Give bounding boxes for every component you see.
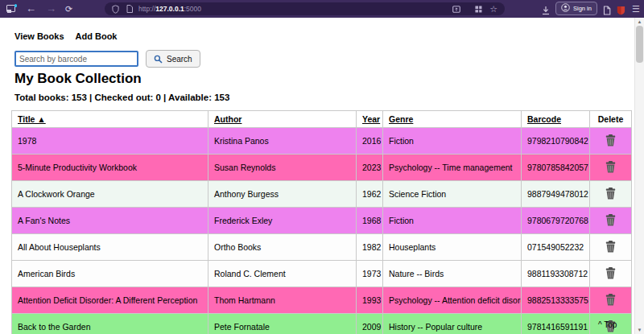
cell-year: 2023: [357, 155, 383, 181]
cell-title: 5-Minute Productivity Workbook: [12, 155, 208, 181]
url-bar[interactable]: http://127.0.0.1:5000 ☆: [105, 2, 505, 15]
cell-title: Attention Deficit Disorder: A Different …: [12, 287, 208, 314]
cell-delete: [590, 234, 632, 261]
header-title[interactable]: Title ▲: [18, 114, 46, 124]
cell-genre: Psychology -- Attention deficit disorder: [383, 287, 522, 314]
cell-barcode: 9781416591191: [522, 314, 590, 334]
back-icon[interactable]: ←: [26, 0, 36, 18]
nav-view-books-link[interactable]: View Books: [14, 31, 64, 41]
search-input[interactable]: [14, 51, 138, 67]
delete-book-button[interactable]: [605, 161, 616, 173]
table-header-row: Title ▲ Author Year Genre Barcode Delete: [12, 111, 632, 128]
header-year[interactable]: Year: [362, 114, 380, 124]
cell-delete: [590, 261, 632, 287]
table-row: A Fan's NotesFrederick Exley1968Fiction9…: [12, 208, 632, 234]
books-table: Title ▲ Author Year Genre Barcode Delete…: [11, 110, 632, 334]
grid-icon[interactable]: [475, 6, 482, 13]
header-delete: Delete: [598, 114, 624, 124]
cell-author: Thom Hartmann: [208, 287, 357, 314]
search-magnifier-icon: [154, 55, 163, 64]
url-port: :5000: [184, 5, 201, 13]
cell-title: A Fan's Notes: [12, 208, 208, 234]
menu-icon[interactable]: ☰: [632, 0, 640, 18]
extensions-icon[interactable]: [603, 4, 611, 19]
trash-icon: [605, 241, 616, 253]
scrollbar[interactable]: ▲ ▼: [634, 18, 644, 334]
delete-book-button[interactable]: [605, 294, 616, 306]
cell-year: 1962: [357, 181, 383, 208]
bookmark-star-icon[interactable]: ☆: [489, 5, 497, 13]
cell-barcode: 9798210790842: [522, 128, 590, 155]
notification-dot: [14, 4, 18, 7]
cell-genre: Fiction: [383, 128, 522, 155]
shield-icon[interactable]: [112, 5, 119, 14]
page-icon[interactable]: [126, 5, 133, 13]
scrollbar-thumb[interactable]: [636, 26, 643, 63]
trash-icon: [605, 188, 616, 200]
cell-delete: [590, 128, 632, 155]
search-button[interactable]: Search: [146, 50, 200, 68]
cell-author: Frederick Exley: [208, 208, 357, 234]
table-row: American BirdsRoland C. Clement1973Natur…: [12, 261, 632, 287]
cell-author: Pete Fornatale: [208, 314, 357, 334]
cell-genre: Houseplants: [383, 234, 522, 261]
screenshot-icon[interactable]: [452, 6, 460, 13]
account-icon: [561, 3, 570, 14]
cell-barcode: 071549052232: [522, 234, 590, 261]
trash-icon: [605, 294, 616, 306]
cell-title: American Birds: [12, 261, 208, 287]
trash-icon: [605, 267, 616, 279]
header-genre[interactable]: Genre: [389, 114, 413, 124]
collection-stats: Total books: 153 | Checked out: 0 | Avai…: [14, 93, 229, 102]
table-body: 1978Kristina Panos2016Fiction97982107908…: [12, 128, 632, 334]
cell-title: All About Houseplants: [12, 234, 208, 261]
cell-year: 1973: [357, 261, 383, 287]
delete-book-button[interactable]: [605, 267, 616, 279]
search-bar: Search: [14, 50, 200, 68]
table-row: 1978Kristina Panos2016Fiction97982107908…: [12, 128, 632, 155]
nav-add-book-link[interactable]: Add Book: [76, 31, 118, 41]
table-row: 5-Minute Productivity WorkbookSusan Reyn…: [12, 155, 632, 181]
browser-toolbar: ← → ⟳ http://127.0.0.1:5000 ☆ Sign in: [0, 0, 644, 18]
cell-delete: [590, 155, 632, 181]
download-icon[interactable]: [541, 4, 551, 19]
trash-icon: [605, 134, 616, 146]
trash-icon: [605, 214, 616, 226]
cell-title: Back to the Garden: [12, 314, 208, 334]
window-icon[interactable]: [6, 4, 17, 13]
trash-icon: [605, 161, 616, 173]
cell-title: 1978: [12, 128, 208, 155]
header-barcode[interactable]: Barcode: [527, 114, 561, 124]
url-text: http://127.0.0.1:5000: [138, 5, 201, 13]
table-row: Back to the GardenPete Fornatale2009Hist…: [12, 314, 632, 334]
site-nav: View BooksAdd Book: [14, 31, 129, 41]
cell-delete: [590, 208, 632, 234]
cell-year: 1993: [357, 287, 383, 314]
scroll-up-icon[interactable]: ▲: [635, 19, 644, 24]
adblocker-icon[interactable]: [617, 4, 625, 19]
forward-icon[interactable]: →: [46, 0, 56, 18]
url-host: 127.0.0.1: [155, 5, 184, 13]
table-row: A Clockwork OrangeAnthony Burgess1962Sci…: [12, 181, 632, 208]
cell-author: Kristina Panos: [208, 128, 357, 155]
delete-book-button[interactable]: [605, 214, 616, 226]
delete-book-button[interactable]: [605, 241, 616, 253]
cell-author: Ortho Books: [208, 234, 357, 261]
cell-delete: [590, 181, 632, 208]
sign-in-button[interactable]: Sign in: [555, 2, 597, 15]
cell-delete: [590, 287, 632, 314]
cell-title: A Clockwork Orange: [12, 181, 208, 208]
cell-barcode: 9780679720768: [522, 208, 590, 234]
header-author[interactable]: Author: [214, 114, 242, 124]
search-button-label: Search: [167, 55, 192, 64]
reload-icon[interactable]: ⟳: [65, 0, 72, 18]
cell-genre: Fiction: [383, 208, 522, 234]
back-to-top-link[interactable]: ^ Top: [598, 320, 617, 329]
delete-book-button[interactable]: [605, 134, 616, 146]
cell-genre: History -- Popular culture: [383, 314, 522, 334]
sign-in-label: Sign in: [573, 5, 592, 12]
cell-year: 2016: [357, 128, 383, 155]
cell-genre: Nature -- Birds: [383, 261, 522, 287]
delete-book-button[interactable]: [605, 188, 616, 200]
scroll-down-icon[interactable]: ▼: [635, 328, 644, 332]
